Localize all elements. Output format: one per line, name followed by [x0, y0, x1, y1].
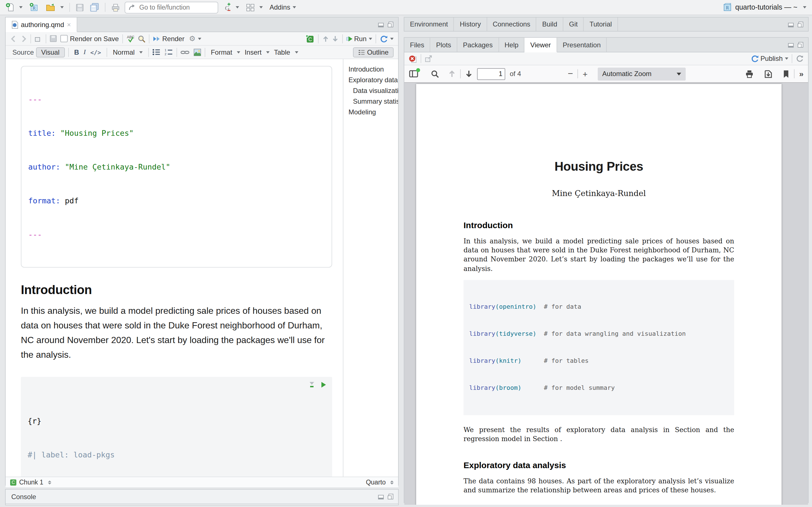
- format-menu[interactable]: Format: [209, 48, 243, 56]
- table-menu[interactable]: Table: [272, 48, 300, 56]
- publish-icon[interactable]: [750, 55, 759, 62]
- next-page-icon[interactable]: [465, 70, 472, 78]
- panes-layout-icon[interactable]: [246, 3, 255, 11]
- version-control-icon[interactable]: G: [223, 3, 231, 12]
- run-chunk-icon[interactable]: [321, 381, 326, 388]
- open-file-caret[interactable]: [60, 6, 64, 8]
- visual-mode-button[interactable]: Visual: [36, 47, 64, 57]
- minimize-pane-icon[interactable]: [788, 21, 794, 27]
- clear-viewer-icon[interactable]: [409, 54, 417, 63]
- maximize-pane-icon[interactable]: [388, 494, 394, 500]
- open-file-icon[interactable]: [46, 3, 56, 12]
- code-chunk[interactable]: {r} #| label: load-pkgs #| code-summary:…: [21, 377, 332, 476]
- editor-canvas[interactable]: --- title: "Housing Prices" author: "Min…: [6, 59, 398, 476]
- goto-file-box[interactable]: [124, 1, 218, 13]
- bookmark-icon[interactable]: [783, 69, 790, 78]
- outline-item-eda[interactable]: Exploratory data …: [349, 75, 398, 86]
- save-icon[interactable]: [75, 3, 84, 11]
- search-icon[interactable]: [137, 35, 145, 43]
- zoom-in-button[interactable]: +: [583, 69, 588, 78]
- tab-plots[interactable]: Plots: [430, 38, 457, 52]
- refresh-icon[interactable]: [796, 55, 804, 62]
- tab-help[interactable]: Help: [499, 38, 524, 52]
- back-icon[interactable]: [10, 35, 18, 42]
- outline-item-modeling[interactable]: Modeling: [349, 107, 398, 118]
- tab-git[interactable]: Git: [563, 17, 584, 31]
- outline-item-introduction[interactable]: Introduction: [349, 64, 398, 75]
- console-header[interactable]: Console: [6, 490, 398, 504]
- filetype-arrows-icon[interactable]: [390, 480, 394, 484]
- run-previous-icon[interactable]: [322, 35, 329, 43]
- render-settings-caret[interactable]: [198, 38, 201, 40]
- run-button[interactable]: Run: [354, 35, 366, 43]
- find-icon[interactable]: [431, 69, 439, 78]
- zoom-out-button[interactable]: −: [568, 69, 573, 79]
- download-icon[interactable]: [764, 69, 772, 78]
- numbered-list-icon[interactable]: 12: [165, 48, 173, 56]
- publish-button[interactable]: Publish: [760, 55, 783, 62]
- maximize-pane-icon[interactable]: [797, 21, 804, 27]
- more-tools-button[interactable]: »: [799, 69, 804, 78]
- run-icon[interactable]: [346, 35, 353, 42]
- code-format-button[interactable]: </>: [88, 49, 103, 55]
- publish-caret[interactable]: [785, 57, 788, 60]
- save-small-icon[interactable]: [50, 35, 57, 42]
- link-icon[interactable]: [181, 49, 190, 55]
- paragraph-style-select[interactable]: Normal: [110, 48, 145, 56]
- close-icon[interactable]: ×: [67, 20, 71, 29]
- rerun-caret[interactable]: [390, 38, 394, 40]
- outline-item-summary-statistics[interactable]: Summary statis…: [349, 96, 398, 107]
- render-button[interactable]: Render: [162, 35, 185, 43]
- version-control-caret[interactable]: [236, 6, 239, 8]
- run-caret[interactable]: [369, 38, 372, 40]
- filetype-select[interactable]: Quarto: [366, 479, 386, 486]
- insert-menu[interactable]: Insert: [243, 48, 272, 56]
- render-settings-gear-icon[interactable]: ⚙: [189, 34, 195, 43]
- pdf-viewer-area[interactable]: Housing Prices Mine Çetinkaya-Rundel Int…: [404, 83, 808, 505]
- goto-file-input[interactable]: [138, 3, 208, 11]
- run-next-icon[interactable]: [332, 35, 339, 43]
- image-icon[interactable]: [193, 48, 201, 56]
- tab-presentation[interactable]: Presentation: [557, 38, 607, 52]
- rerun-icon[interactable]: [379, 35, 388, 43]
- source-mode-button[interactable]: Source: [10, 48, 36, 56]
- addins-menu[interactable]: Addins: [269, 3, 296, 11]
- chunk-nav[interactable]: Chunk 1: [19, 479, 43, 486]
- tab-authoring-qmd[interactable]: authoring.qmd ×: [6, 17, 77, 32]
- forward-icon[interactable]: [19, 35, 27, 42]
- zoom-level-select[interactable]: Automatic Zoom: [598, 67, 686, 80]
- print-icon[interactable]: [111, 3, 120, 11]
- minimize-pane-icon[interactable]: [378, 21, 384, 27]
- popout-icon[interactable]: [35, 35, 42, 42]
- console-title[interactable]: Console: [6, 490, 42, 504]
- insert-chunk-icon[interactable]: C: [305, 34, 315, 43]
- tab-environment[interactable]: Environment: [404, 17, 454, 31]
- chunk-nav-arrows-icon[interactable]: [48, 480, 51, 484]
- maximize-pane-icon[interactable]: [797, 42, 804, 48]
- tab-files[interactable]: Files: [404, 38, 430, 52]
- tab-viewer[interactable]: Viewer: [525, 38, 557, 52]
- popout-icon[interactable]: [424, 55, 433, 62]
- minimize-pane-icon[interactable]: [378, 494, 384, 500]
- render-icon[interactable]: [153, 35, 161, 42]
- print-pdf-icon[interactable]: [745, 69, 754, 78]
- maximize-pane-icon[interactable]: [388, 21, 394, 27]
- panes-layout-caret[interactable]: [259, 6, 263, 8]
- tab-connections[interactable]: Connections: [487, 17, 536, 31]
- sidebar-toggle-icon[interactable]: [409, 70, 418, 78]
- italic-button[interactable]: I: [81, 48, 88, 56]
- spellcheck-icon[interactable]: ABC: [126, 34, 135, 43]
- yaml-block[interactable]: --- title: "Housing Prices" author: "Min…: [21, 66, 332, 268]
- page-number-input[interactable]: [477, 68, 505, 80]
- tab-packages[interactable]: Packages: [457, 38, 499, 52]
- run-chunks-above-icon[interactable]: [308, 381, 315, 388]
- new-project-icon[interactable]: R: [29, 3, 39, 12]
- outline-item-data-visualization[interactable]: Data visualization: [349, 86, 398, 96]
- bold-button[interactable]: B: [72, 48, 81, 56]
- previous-page-icon[interactable]: [448, 70, 456, 78]
- tab-tutorial[interactable]: Tutorial: [584, 17, 618, 31]
- render-on-save-checkbox[interactable]: [60, 35, 68, 42]
- new-file-caret[interactable]: [19, 6, 22, 8]
- minimize-pane-icon[interactable]: [788, 42, 794, 48]
- outline-toggle-button[interactable]: Outline: [353, 47, 394, 57]
